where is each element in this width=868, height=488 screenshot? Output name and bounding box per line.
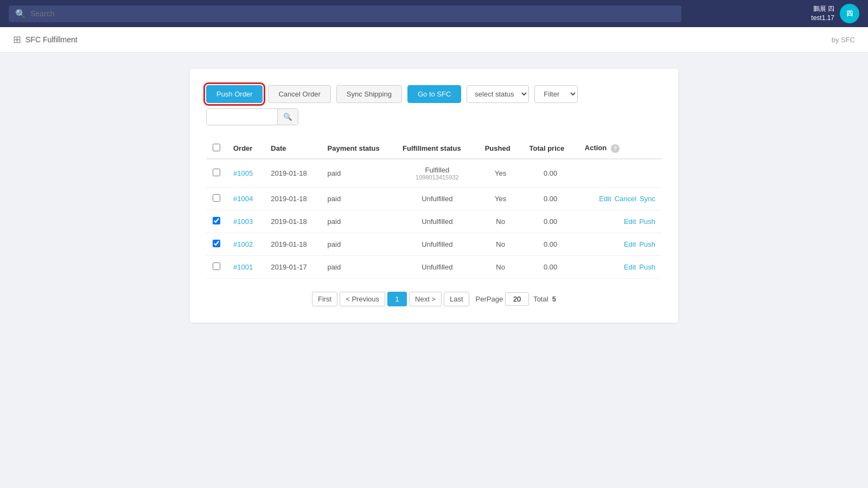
search-input[interactable] bbox=[30, 9, 675, 18]
payment-status: paid bbox=[321, 256, 396, 279]
search-box[interactable]: 🔍 bbox=[9, 5, 681, 22]
row-checkbox-4[interactable] bbox=[213, 240, 220, 247]
breadcrumb-label: SFC Fulfillment bbox=[25, 35, 78, 44]
grid-icon: ⊞ bbox=[13, 34, 21, 46]
cancel-order-button[interactable]: Cancel Order bbox=[268, 85, 330, 103]
total-price: 0.00 bbox=[522, 188, 578, 210]
next-page-button[interactable]: Next > bbox=[409, 292, 442, 306]
main-card: Push Order Cancel Order Sync Shipping Go… bbox=[190, 69, 678, 323]
order-link-#1001[interactable]: #1001 bbox=[233, 263, 253, 271]
breadcrumb-left: ⊞ SFC Fulfillment bbox=[13, 34, 78, 46]
fulfillment-status: Unfulfilled bbox=[396, 188, 478, 210]
total-price: 0.00 bbox=[522, 159, 578, 188]
fulfillment-status: Unfulfilled bbox=[396, 233, 478, 256]
fulfillment-status: Unfulfilled bbox=[396, 256, 478, 279]
action-push-#1002[interactable]: Push bbox=[639, 240, 655, 248]
table-row: #10012019-01-17paidUnfulfilledNo0.00Edit… bbox=[206, 256, 662, 279]
table-row: #10052019-01-18paidFulfilled109801341593… bbox=[206, 159, 662, 188]
action-cell: EditCancelSync bbox=[578, 188, 662, 210]
action-edit-#1004[interactable]: Edit bbox=[599, 195, 611, 203]
action-edit-#1001[interactable]: Edit bbox=[624, 263, 636, 271]
order-date: 2019-01-18 bbox=[264, 188, 321, 210]
col-total-price: Total price bbox=[522, 138, 578, 159]
total-price: 0.00 bbox=[522, 233, 578, 256]
action-cell: EditPush bbox=[578, 233, 662, 256]
row-checkbox-5[interactable] bbox=[213, 262, 220, 270]
order-link-#1002[interactable]: #1002 bbox=[233, 240, 253, 248]
action-push-#1001[interactable]: Push bbox=[639, 263, 655, 271]
user-area: 鵬展 四 test1.17 四 bbox=[811, 4, 859, 23]
status-select[interactable]: select status Fulfilled Unfulfilled Pend… bbox=[467, 85, 529, 103]
filter-search-button[interactable]: 🔍 bbox=[277, 109, 298, 125]
row-checkbox-2[interactable] bbox=[213, 194, 220, 202]
total-label: Total 5 bbox=[533, 295, 556, 303]
col-pushed: Pushed bbox=[478, 138, 523, 159]
payment-status: paid bbox=[321, 188, 396, 210]
col-action: Action ? bbox=[578, 138, 662, 159]
row-checkbox-3[interactable] bbox=[213, 217, 220, 224]
prev-page-button[interactable]: < Previous bbox=[340, 292, 385, 306]
col-order: Order bbox=[227, 138, 264, 159]
search-filter-box[interactable]: 🔍 bbox=[206, 108, 298, 125]
order-date: 2019-01-18 bbox=[264, 210, 321, 233]
order-date: 2019-01-18 bbox=[264, 159, 321, 188]
order-date: 2019-01-18 bbox=[264, 233, 321, 256]
action-cell: EditPush bbox=[578, 256, 662, 279]
action-push-#1003[interactable]: Push bbox=[639, 217, 655, 226]
action-cell bbox=[578, 159, 662, 188]
by-sfc-label: by SFC bbox=[832, 36, 855, 44]
action-cell: EditPush bbox=[578, 210, 662, 233]
first-page-button[interactable]: First bbox=[312, 292, 337, 306]
go-to-sfc-button[interactable]: Go to SFC bbox=[407, 85, 461, 103]
action-help-icon[interactable]: ? bbox=[611, 144, 620, 153]
fulfillment-status: Unfulfilled bbox=[396, 210, 478, 233]
pushed-status: Yes bbox=[478, 159, 523, 188]
order-date: 2019-01-17 bbox=[264, 256, 321, 279]
main-content: Push Order Cancel Order Sync Shipping Go… bbox=[0, 53, 868, 339]
total-price: 0.00 bbox=[522, 210, 578, 233]
per-page-input[interactable] bbox=[505, 292, 529, 306]
action-edit-#1003[interactable]: Edit bbox=[624, 217, 636, 226]
col-fulfillment-status: Fulfillment status bbox=[396, 138, 478, 159]
pushed-status: No bbox=[478, 233, 523, 256]
filter-select[interactable]: Filter Order Date bbox=[534, 85, 578, 103]
filter-search-input[interactable] bbox=[207, 109, 277, 125]
table-row: #10042019-01-18paidUnfulfilledYes0.00Edi… bbox=[206, 188, 662, 210]
avatar[interactable]: 四 bbox=[840, 4, 859, 23]
user-name: 鵬展 四 bbox=[811, 4, 834, 14]
user-info: 鵬展 四 test1.17 bbox=[811, 4, 834, 23]
fulfillment-status: Fulfilled1098013415932 bbox=[396, 159, 478, 188]
col-date: Date bbox=[264, 138, 321, 159]
select-all-checkbox[interactable] bbox=[213, 144, 220, 151]
pushed-status: No bbox=[478, 256, 523, 279]
pagination: First < Previous 1 Next > Last PerPage T… bbox=[206, 292, 662, 306]
search-icon: 🔍 bbox=[15, 9, 26, 19]
orders-table: Order Date Payment status Fulfillment st… bbox=[206, 138, 662, 279]
pushed-status: Yes bbox=[478, 188, 523, 210]
payment-status: paid bbox=[321, 233, 396, 256]
fulfillment-tracking: 1098013415932 bbox=[403, 174, 472, 181]
total-price: 0.00 bbox=[522, 256, 578, 279]
row-checkbox-1[interactable] bbox=[213, 169, 220, 176]
table-row: #10022019-01-18paidUnfulfilledNo0.00Edit… bbox=[206, 233, 662, 256]
order-link-#1004[interactable]: #1004 bbox=[233, 195, 253, 203]
payment-status: paid bbox=[321, 210, 396, 233]
breadcrumb-bar: ⊞ SFC Fulfillment by SFC bbox=[0, 27, 868, 53]
col-payment-status: Payment status bbox=[321, 138, 396, 159]
table-row: #10032019-01-18paidUnfulfilledNo0.00Edit… bbox=[206, 210, 662, 233]
payment-status: paid bbox=[321, 159, 396, 188]
top-navigation: 🔍 鵬展 四 test1.17 四 bbox=[0, 0, 868, 27]
per-page-label: PerPage bbox=[476, 295, 503, 303]
action-edit-#1002[interactable]: Edit bbox=[624, 240, 636, 248]
pushed-status: No bbox=[478, 210, 523, 233]
user-id: test1.17 bbox=[811, 14, 834, 23]
action-sync-#1004[interactable]: Sync bbox=[640, 195, 655, 203]
order-link-#1005[interactable]: #1005 bbox=[233, 169, 253, 177]
action-cancel-#1004[interactable]: Cancel bbox=[615, 195, 636, 203]
order-link-#1003[interactable]: #1003 bbox=[233, 217, 253, 226]
push-order-button[interactable]: Push Order bbox=[206, 85, 263, 103]
sync-shipping-button[interactable]: Sync Shipping bbox=[336, 85, 402, 103]
toolbar: Push Order Cancel Order Sync Shipping Go… bbox=[206, 85, 662, 125]
last-page-button[interactable]: Last bbox=[444, 292, 469, 306]
page-1-button[interactable]: 1 bbox=[387, 292, 407, 306]
